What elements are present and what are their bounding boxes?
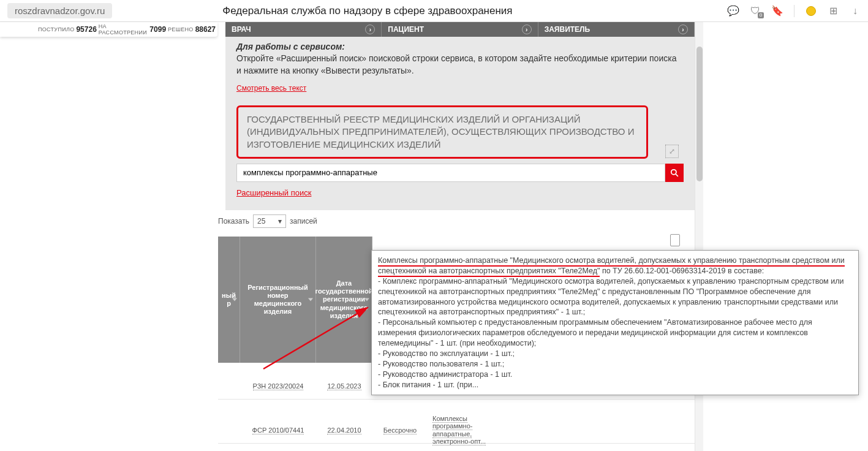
records-label: записей: [290, 217, 317, 226]
cell-date: 22.04.2010: [327, 426, 361, 434]
stats-l2: НА РАССМОТРЕНИИ: [99, 23, 148, 36]
chevron-right-icon: ›: [678, 25, 688, 34]
chevron-down-icon: ▾: [278, 217, 282, 226]
top-bar: roszdravnadzor.gov.ru Федеральная служба…: [0, 0, 868, 22]
cell-reg[interactable]: РЗН 2023/20024: [253, 382, 304, 390]
chevron-right-icon: ›: [522, 25, 532, 34]
search-button[interactable]: [665, 164, 684, 182]
stats-l3: РЕШЕНО: [168, 26, 194, 32]
page-size-select[interactable]: 25▾: [253, 214, 286, 228]
shield-icon[interactable]: 🛡0: [750, 6, 761, 17]
tooltip-line: - Руководство администратора - 1 шт.: [378, 370, 512, 379]
tooltip-line: - Комплекс программно-аппаратный "Медици…: [378, 277, 843, 317]
cell-name[interactable]: Комплексы программно-аппаратные, электро…: [432, 415, 486, 445]
service-text: Откройте «Расширенный поиск» поисковой с…: [236, 53, 684, 77]
separator: [794, 5, 794, 17]
stats-v1: 95726: [76, 25, 96, 34]
th-reg-date[interactable]: Дата государственной регистрации медицин…: [316, 237, 372, 363]
profile-icon[interactable]: [806, 6, 817, 17]
tooltip-line: - Блок питания - 1 шт. (при...: [378, 381, 478, 389]
speech-icon[interactable]: 💬: [728, 6, 739, 17]
browser-actions: 💬 🛡0 🔖 ⊞ ↓: [728, 5, 861, 17]
site-title: Федеральная служба по надзору в сфере зд…: [222, 5, 512, 17]
product-tooltip: Комплексы программно-аппаратные "Медицин…: [371, 250, 859, 395]
cell-date: 12.05.2023: [327, 382, 361, 390]
export-xls-icon[interactable]: [670, 234, 680, 246]
service-heading: Для работы с сервисом:: [236, 42, 684, 51]
search-input[interactable]: [236, 164, 665, 182]
svg-point-0: [671, 170, 676, 175]
download-icon[interactable]: ↓: [850, 6, 861, 17]
see-full-link[interactable]: Смотреть весь текст: [236, 84, 306, 93]
url-pill: roszdravnadzor.gov.ru: [7, 3, 112, 18]
stats-v3: 88627: [195, 25, 216, 34]
show-label: Показать: [218, 217, 249, 226]
tab-applicant[interactable]: ЗАЯВИТЕЛЬ›: [538, 22, 695, 37]
extensions-icon[interactable]: ⊞: [828, 6, 839, 17]
search-row: [236, 164, 684, 182]
scrollbar-thumb[interactable]: [696, 47, 703, 181]
table-header: ный р Регистрационный номер медицинского…: [218, 237, 372, 363]
page-size-row: Показать 25▾ записей: [218, 214, 317, 228]
svg-line-1: [676, 174, 678, 176]
search-icon: [670, 169, 679, 177]
role-tabs: ВРАЧ› ПАЦИЕНТ› ЗАЯВИТЕЛЬ›: [225, 22, 695, 37]
stats-l1: ПОСТУПИЛО: [38, 26, 74, 32]
tab-patient[interactable]: ПАЦИЕНТ›: [382, 22, 538, 37]
bookmark-icon[interactable]: 🔖: [772, 6, 783, 17]
main-pane: Для работы с сервисом: Откройте «Расшире…: [225, 37, 695, 210]
chevron-right-icon: ›: [365, 25, 375, 34]
cell-expiry: Бессрочно: [383, 426, 417, 434]
registry-title-box: ГОСУДАРСТВЕННЫЙ РЕЕСТР МЕДИЦИНСКИХ ИЗДЕЛ…: [236, 105, 648, 159]
stats-bar: ПОСТУПИЛО 95726 НА РАССМОТРЕНИИ 7099 РЕШ…: [0, 22, 217, 37]
th-reg-number[interactable]: Регистрационный номер медицинского издел…: [240, 237, 316, 363]
table-row[interactable]: ФСР 2010/07441 22.04.2010 Бессрочно Комп…: [218, 417, 702, 444]
advanced-search-link[interactable]: Расширенный поиск: [236, 188, 311, 197]
tab-doctor[interactable]: ВРАЧ›: [225, 22, 382, 37]
th-col-1[interactable]: ный р: [218, 237, 240, 363]
tooltip-line: - Руководство по эксплуатации - 1 шт.;: [378, 349, 515, 358]
expand-icon[interactable]: ⤢: [665, 145, 679, 158]
tooltip-line: - Руководство пользователя - 1 шт.;: [378, 360, 504, 368]
cell-reg[interactable]: ФСР 2010/07441: [252, 426, 304, 434]
tooltip-tu: по ТУ 26.60.12-001-06963314-2019 в соста…: [600, 267, 764, 275]
tooltip-line: - Персональный компьютер с предустановле…: [378, 318, 812, 347]
stats-v2: 7099: [149, 25, 166, 34]
